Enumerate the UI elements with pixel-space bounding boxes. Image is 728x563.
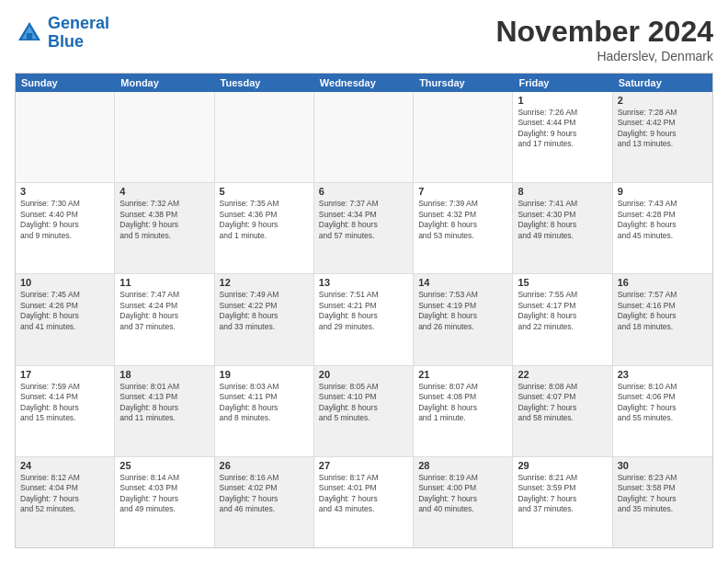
calendar-row: 17Sunrise: 7:59 AM Sunset: 4:14 PM Dayli… — [16, 366, 712, 457]
svg-rect-2 — [27, 33, 32, 40]
calendar-cell: 19Sunrise: 8:03 AM Sunset: 4:11 PM Dayli… — [215, 366, 314, 456]
calendar-cell: 1Sunrise: 7:26 AM Sunset: 4:44 PM Daylig… — [513, 92, 612, 182]
day-number: 15 — [518, 277, 607, 288]
calendar-cell: 16Sunrise: 7:57 AM Sunset: 4:16 PM Dayli… — [613, 274, 712, 364]
weekday-header: Friday — [513, 74, 612, 92]
day-number: 23 — [618, 369, 708, 380]
day-number: 19 — [220, 369, 309, 380]
weekday-header: Wednesday — [314, 74, 414, 92]
day-info: Sunrise: 7:35 AM Sunset: 4:36 PM Dayligh… — [220, 199, 309, 241]
day-info: Sunrise: 8:01 AM Sunset: 4:13 PM Dayligh… — [119, 382, 209, 424]
day-number: 24 — [20, 460, 109, 471]
calendar-cell: 4Sunrise: 7:32 AM Sunset: 4:38 PM Daylig… — [115, 183, 214, 273]
day-number: 21 — [418, 369, 507, 380]
day-number: 18 — [119, 369, 209, 380]
weekday-header: Monday — [115, 74, 214, 92]
calendar-cell: 26Sunrise: 8:16 AM Sunset: 4:02 PM Dayli… — [215, 457, 314, 547]
day-info: Sunrise: 8:05 AM Sunset: 4:10 PM Dayligh… — [319, 382, 408, 424]
day-info: Sunrise: 7:55 AM Sunset: 4:17 PM Dayligh… — [518, 290, 607, 332]
calendar-cell: 22Sunrise: 8:08 AM Sunset: 4:07 PM Dayli… — [513, 366, 612, 456]
day-number: 4 — [119, 186, 209, 197]
weekday-header: Thursday — [414, 74, 513, 92]
day-number: 8 — [518, 186, 607, 197]
day-number: 28 — [418, 460, 507, 471]
calendar-cell: 5Sunrise: 7:35 AM Sunset: 4:36 PM Daylig… — [215, 183, 314, 273]
day-number: 20 — [319, 369, 408, 380]
calendar-cell: 6Sunrise: 7:37 AM Sunset: 4:34 PM Daylig… — [314, 183, 414, 273]
calendar-cell: 10Sunrise: 7:45 AM Sunset: 4:26 PM Dayli… — [16, 274, 115, 364]
day-info: Sunrise: 8:03 AM Sunset: 4:11 PM Dayligh… — [220, 382, 309, 424]
day-info: Sunrise: 8:14 AM Sunset: 4:03 PM Dayligh… — [119, 473, 209, 515]
day-number: 6 — [319, 186, 408, 197]
day-number: 22 — [518, 369, 607, 380]
calendar-cell: 21Sunrise: 8:07 AM Sunset: 4:08 PM Dayli… — [414, 366, 513, 456]
day-number: 16 — [618, 277, 708, 288]
logo-line1: General — [48, 14, 109, 32]
day-number: 3 — [20, 186, 109, 197]
day-number: 2 — [618, 95, 708, 106]
calendar-row: 10Sunrise: 7:45 AM Sunset: 4:26 PM Dayli… — [16, 274, 712, 365]
day-info: Sunrise: 7:49 AM Sunset: 4:22 PM Dayligh… — [220, 290, 309, 332]
calendar-cell: 12Sunrise: 7:49 AM Sunset: 4:22 PM Dayli… — [215, 274, 314, 364]
calendar-cell: 7Sunrise: 7:39 AM Sunset: 4:32 PM Daylig… — [414, 183, 513, 273]
day-number: 1 — [518, 95, 607, 106]
day-info: Sunrise: 8:21 AM Sunset: 3:59 PM Dayligh… — [518, 473, 607, 515]
logo: General Blue — [15, 15, 109, 52]
day-number: 14 — [418, 277, 507, 288]
calendar-cell: 25Sunrise: 8:14 AM Sunset: 4:03 PM Dayli… — [115, 457, 214, 547]
calendar-cell: 23Sunrise: 8:10 AM Sunset: 4:06 PM Dayli… — [613, 366, 712, 456]
day-info: Sunrise: 7:45 AM Sunset: 4:26 PM Dayligh… — [20, 290, 109, 332]
day-info: Sunrise: 7:28 AM Sunset: 4:42 PM Dayligh… — [618, 108, 708, 150]
day-number: 12 — [220, 277, 309, 288]
calendar-cell: 28Sunrise: 8:19 AM Sunset: 4:00 PM Dayli… — [414, 457, 513, 547]
calendar-cell: 20Sunrise: 8:05 AM Sunset: 4:10 PM Dayli… — [314, 366, 414, 456]
logo-line2: Blue — [48, 32, 84, 51]
day-info: Sunrise: 8:07 AM Sunset: 4:08 PM Dayligh… — [418, 382, 507, 424]
main-title: November 2024 — [495, 15, 713, 49]
calendar-cell: 24Sunrise: 8:12 AM Sunset: 4:04 PM Dayli… — [16, 457, 115, 547]
subtitle: Haderslev, Denmark — [495, 49, 713, 63]
calendar-cell — [414, 92, 513, 182]
day-info: Sunrise: 7:39 AM Sunset: 4:32 PM Dayligh… — [418, 199, 507, 241]
calendar-cell: 11Sunrise: 7:47 AM Sunset: 4:24 PM Dayli… — [115, 274, 214, 364]
calendar-cell: 8Sunrise: 7:41 AM Sunset: 4:30 PM Daylig… — [513, 183, 612, 273]
day-number: 13 — [319, 277, 408, 288]
day-number: 25 — [119, 460, 209, 471]
day-number: 17 — [20, 369, 109, 380]
calendar-cell: 27Sunrise: 8:17 AM Sunset: 4:01 PM Dayli… — [314, 457, 414, 547]
logo-text: General Blue — [48, 15, 109, 52]
day-info: Sunrise: 7:47 AM Sunset: 4:24 PM Dayligh… — [119, 290, 209, 332]
day-info: Sunrise: 7:53 AM Sunset: 4:19 PM Dayligh… — [418, 290, 507, 332]
day-info: Sunrise: 8:08 AM Sunset: 4:07 PM Dayligh… — [518, 382, 607, 424]
weekday-header: Tuesday — [215, 74, 314, 92]
calendar-cell — [215, 92, 314, 182]
calendar-cell: 17Sunrise: 7:59 AM Sunset: 4:14 PM Dayli… — [16, 366, 115, 456]
day-info: Sunrise: 8:10 AM Sunset: 4:06 PM Dayligh… — [618, 382, 708, 424]
day-info: Sunrise: 8:17 AM Sunset: 4:01 PM Dayligh… — [319, 473, 408, 515]
calendar-row: 3Sunrise: 7:30 AM Sunset: 4:40 PM Daylig… — [16, 183, 712, 274]
calendar-cell: 3Sunrise: 7:30 AM Sunset: 4:40 PM Daylig… — [16, 183, 115, 273]
weekday-header: Saturday — [613, 74, 712, 92]
day-info: Sunrise: 7:37 AM Sunset: 4:34 PM Dayligh… — [319, 199, 408, 241]
header: General Blue November 2024 Haderslev, De… — [15, 15, 713, 63]
calendar-body: 1Sunrise: 7:26 AM Sunset: 4:44 PM Daylig… — [16, 92, 712, 547]
day-number: 11 — [119, 277, 209, 288]
calendar-cell — [16, 92, 115, 182]
calendar-row: 1Sunrise: 7:26 AM Sunset: 4:44 PM Daylig… — [16, 92, 712, 183]
day-info: Sunrise: 8:23 AM Sunset: 3:58 PM Dayligh… — [618, 473, 708, 515]
calendar-cell: 9Sunrise: 7:43 AM Sunset: 4:28 PM Daylig… — [613, 183, 712, 273]
day-number: 9 — [618, 186, 708, 197]
day-number: 27 — [319, 460, 408, 471]
calendar-cell: 15Sunrise: 7:55 AM Sunset: 4:17 PM Dayli… — [513, 274, 612, 364]
day-number: 10 — [20, 277, 109, 288]
day-number: 5 — [220, 186, 309, 197]
calendar-cell: 13Sunrise: 7:51 AM Sunset: 4:21 PM Dayli… — [314, 274, 414, 364]
calendar: SundayMondayTuesdayWednesdayThursdayFrid… — [15, 73, 713, 548]
day-number: 30 — [618, 460, 708, 471]
calendar-cell — [115, 92, 214, 182]
day-info: Sunrise: 7:43 AM Sunset: 4:28 PM Dayligh… — [618, 199, 708, 241]
day-info: Sunrise: 7:57 AM Sunset: 4:16 PM Dayligh… — [618, 290, 708, 332]
day-info: Sunrise: 7:32 AM Sunset: 4:38 PM Dayligh… — [119, 199, 209, 241]
day-number: 26 — [220, 460, 309, 471]
day-info: Sunrise: 7:41 AM Sunset: 4:30 PM Dayligh… — [518, 199, 607, 241]
